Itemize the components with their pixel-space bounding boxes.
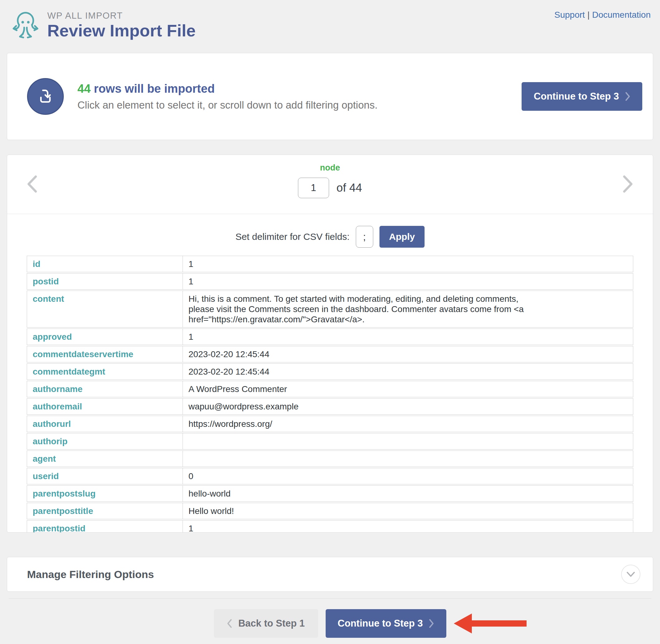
- table-row[interactable]: commentdategmt 2023-02-20 12:45:44: [27, 363, 633, 380]
- node-label: node: [7, 163, 653, 172]
- field-name[interactable]: authorip: [27, 433, 183, 449]
- field-value[interactable]: 1: [183, 256, 633, 272]
- header: WP ALL IMPORT Review Import File Support…: [0, 0, 660, 53]
- field-value[interactable]: wapuu@wordpress.example: [183, 398, 633, 414]
- chevron-right-icon: [429, 619, 434, 628]
- continue-step3-button-bottom[interactable]: Continue to Step 3: [326, 609, 446, 638]
- field-name[interactable]: authorurl: [27, 416, 183, 432]
- field-value[interactable]: hello-world: [183, 486, 633, 502]
- table-row[interactable]: id 1: [27, 256, 633, 272]
- table-row[interactable]: commentdateservertime 2023-02-20 12:45:4…: [27, 346, 633, 363]
- field-name[interactable]: approved: [27, 329, 183, 345]
- banner-subtitle: Click an element to select it, or scroll…: [77, 99, 378, 111]
- field-name[interactable]: agent: [27, 451, 183, 467]
- field-name[interactable]: authoremail: [27, 398, 183, 414]
- field-value[interactable]: https://wordpress.org/: [183, 416, 633, 432]
- table-row[interactable]: parentposttitle Hello world!: [27, 503, 633, 519]
- table-row[interactable]: authorname A WordPress Commenter: [27, 381, 633, 397]
- manage-filtering-section: Manage Filtering Options: [7, 557, 653, 592]
- back-to-step1-button[interactable]: Back to Step 1: [214, 609, 318, 638]
- import-summary-banner: 44 rows will be imported Click an elemen…: [7, 53, 653, 140]
- field-value[interactable]: A WordPress Commenter: [183, 381, 633, 397]
- field-value[interactable]: 1: [183, 521, 633, 533]
- field-value[interactable]: [183, 451, 633, 467]
- previous-node-button[interactable]: [23, 172, 41, 197]
- field-name[interactable]: authorname: [27, 381, 183, 397]
- support-link[interactable]: Support: [554, 10, 585, 20]
- field-value[interactable]: Hello world!: [183, 503, 633, 519]
- apply-delimiter-button[interactable]: Apply: [379, 226, 425, 248]
- download-icon: [27, 78, 64, 115]
- table-row[interactable]: authoremail wapuu@wordpress.example: [27, 398, 633, 415]
- field-name[interactable]: parentpostslug: [27, 486, 183, 502]
- rows-imported-headline: 44 rows will be imported: [77, 82, 378, 95]
- chevron-left-icon: [26, 175, 38, 193]
- field-name[interactable]: postid: [27, 274, 183, 289]
- field-value[interactable]: 1: [183, 329, 633, 345]
- chevron-right-icon: [625, 92, 630, 101]
- node-navigator: node of 44: [7, 155, 653, 214]
- chevron-left-icon: [227, 619, 232, 628]
- record-fields-table: id 1 postid 1 content Hi, this is a comm…: [27, 256, 633, 533]
- node-total-label: of 44: [336, 181, 362, 194]
- field-value[interactable]: 2023-02-20 12:45:44: [183, 346, 633, 362]
- field-name[interactable]: id: [27, 256, 183, 272]
- header-links: Support|Documentation: [554, 10, 651, 20]
- table-row[interactable]: approved 1: [27, 328, 633, 345]
- chevron-right-icon: [622, 175, 634, 193]
- row-count: 44: [77, 82, 91, 95]
- continue-step3-button-top[interactable]: Continue to Step 3: [522, 82, 642, 111]
- node-number-input[interactable]: [298, 178, 329, 198]
- delimiter-label: Set delimiter for CSV fields:: [235, 231, 350, 242]
- filtering-title: Manage Filtering Options: [27, 568, 154, 580]
- csv-delimiter-row: Set delimiter for CSV fields: Apply: [7, 214, 653, 248]
- table-row[interactable]: content Hi, this is a comment. To get st…: [27, 291, 633, 328]
- field-name[interactable]: content: [27, 291, 183, 327]
- field-name[interactable]: parentposttitle: [27, 503, 183, 519]
- table-row[interactable]: authorurl https://wordpress.org/: [27, 416, 633, 432]
- brand-name: WP ALL IMPORT: [47, 10, 196, 21]
- field-value[interactable]: 2023-02-20 12:45:44: [183, 364, 633, 380]
- table-row[interactable]: userid 0: [27, 468, 633, 484]
- expand-filtering-button[interactable]: [621, 565, 640, 584]
- field-name[interactable]: commentdateservertime: [27, 346, 183, 362]
- table-row[interactable]: postid 1: [27, 273, 633, 290]
- field-name[interactable]: commentdategmt: [27, 364, 183, 380]
- next-node-button[interactable]: [619, 172, 637, 197]
- record-preview-panel: node of 44 Set delimiter for CSV fields:…: [7, 155, 653, 533]
- documentation-link[interactable]: Documentation: [592, 10, 651, 20]
- footer-divider: [9, 598, 651, 599]
- link-separator: |: [587, 10, 589, 20]
- field-name[interactable]: parentpostid: [27, 521, 183, 533]
- octopus-logo-icon: [9, 7, 42, 42]
- field-value[interactable]: Hi, this is a comment. To get started wi…: [183, 291, 633, 327]
- field-name[interactable]: userid: [27, 468, 183, 484]
- table-row[interactable]: authorip: [27, 433, 633, 450]
- table-row[interactable]: parentpostslug hello-world: [27, 485, 633, 502]
- red-arrow-pointer-icon: [454, 612, 526, 635]
- chevron-down-icon: [626, 571, 635, 577]
- table-row[interactable]: agent: [27, 451, 633, 467]
- field-value[interactable]: 0: [183, 468, 633, 484]
- field-value[interactable]: 1: [183, 274, 633, 289]
- wizard-navigation: Back to Step 1 Continue to Step 3: [0, 609, 660, 638]
- table-row[interactable]: parentpostid 1: [27, 520, 633, 533]
- field-value[interactable]: [183, 433, 633, 449]
- delimiter-input[interactable]: [356, 226, 373, 248]
- page-title: Review Import File: [47, 21, 196, 40]
